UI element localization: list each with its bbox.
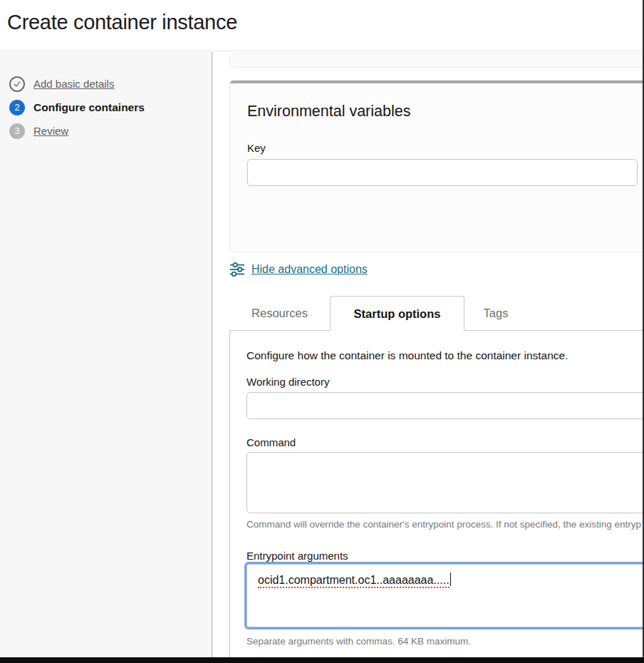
wizard-step-configure-containers[interactable]: 2 Configure containers bbox=[9, 96, 212, 119]
command-helper-text: Command will override the container's en… bbox=[246, 519, 644, 530]
startup-options-panel: Configure how the container is mounted t… bbox=[229, 330, 644, 657]
tab-startup-options[interactable]: Startup options bbox=[330, 296, 464, 331]
startup-panel-intro: Configure how the container is mounted t… bbox=[246, 349, 644, 362]
hide-advanced-options-link[interactable]: Hide advanced options bbox=[229, 262, 368, 277]
entrypoint-arguments-label: Entrypoint arguments bbox=[246, 550, 644, 562]
environmental-variables-title: Environmental variables bbox=[247, 103, 644, 120]
page-title: Create container instance bbox=[0, 0, 644, 34]
env-key-input[interactable] bbox=[247, 159, 638, 186]
text-caret bbox=[450, 572, 451, 586]
wizard-step-add-basic-details[interactable]: Add basic details bbox=[9, 72, 212, 96]
collapsed-card-fragment bbox=[229, 53, 644, 68]
working-directory-label: Working directory bbox=[246, 376, 644, 388]
window-bottom-edge bbox=[0, 657, 644, 663]
hide-advanced-options-label[interactable]: Hide advanced options bbox=[251, 263, 368, 276]
entrypoint-helper-text: Separate arguments with commas. 64 KB ma… bbox=[246, 636, 644, 647]
environmental-variables-card: Environmental variables Key bbox=[229, 80, 644, 252]
wizard-steps: Add basic details 2 Configure containers… bbox=[0, 52, 212, 143]
page-header: Create container instance bbox=[0, 0, 644, 51]
wizard-step-label[interactable]: Add basic details bbox=[33, 78, 114, 90]
key-label: Key bbox=[247, 142, 644, 154]
sliders-icon bbox=[229, 262, 245, 277]
command-label: Command bbox=[246, 436, 644, 448]
main-content: Environmental variables Key Hide advance… bbox=[213, 52, 644, 657]
step-number-badge: 3 bbox=[9, 123, 25, 139]
tab-resources[interactable]: Resources bbox=[229, 296, 330, 331]
wizard-sidebar: Add basic details 2 Configure containers… bbox=[0, 52, 212, 657]
tab-tags[interactable]: Tags bbox=[464, 296, 527, 331]
entrypoint-arguments-textarea[interactable]: ocid1.compartment.oc1..aaaaaaaa..... bbox=[246, 564, 644, 627]
wizard-step-label[interactable]: Review bbox=[33, 125, 68, 137]
working-directory-input[interactable] bbox=[246, 392, 644, 419]
wizard-step-review[interactable]: 3 Review bbox=[9, 119, 212, 143]
check-icon bbox=[9, 76, 25, 92]
tab-strip: Resources Startup options Tags bbox=[229, 296, 527, 331]
command-textarea[interactable] bbox=[246, 452, 644, 513]
card-accent-bar bbox=[230, 81, 644, 83]
step-number-badge: 2 bbox=[9, 100, 25, 115]
entrypoint-arguments-value: ocid1.compartment.oc1..aaaaaaaa..... bbox=[258, 574, 450, 588]
wizard-step-label: Configure containers bbox=[33, 101, 145, 114]
